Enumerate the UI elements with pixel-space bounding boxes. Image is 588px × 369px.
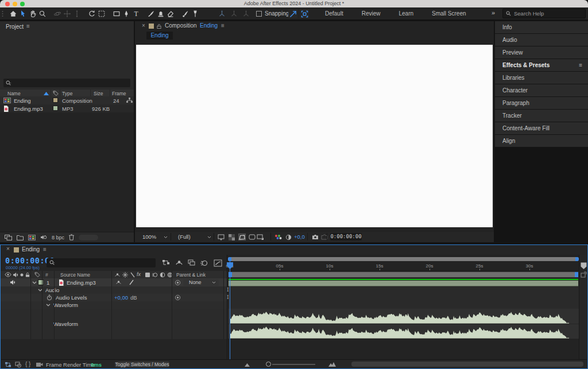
stopwatch-icon[interactable] <box>47 294 52 301</box>
project-item-row[interactable]: EndingComposition24 <box>0 96 134 104</box>
item-label-chip[interactable] <box>53 98 58 103</box>
new-composition-icon[interactable] <box>28 235 36 240</box>
panel-tab-libraries[interactable]: Libraries <box>495 72 588 84</box>
close-panel-icon[interactable]: × <box>142 22 145 29</box>
hand-tool-icon[interactable] <box>28 9 37 19</box>
interpret-footage-icon[interactable] <box>5 235 12 240</box>
lock-icon[interactable] <box>157 24 161 29</box>
snap-boundaries-icon[interactable] <box>300 9 309 18</box>
audio-on-icon[interactable] <box>10 279 16 285</box>
exposure-icon[interactable] <box>285 234 292 240</box>
comp-mini-flowchart-icon[interactable] <box>162 259 171 267</box>
audio-levels-row[interactable]: Audio Levels +0,00 dB <box>1 294 227 301</box>
local-axis-icon[interactable] <box>218 10 226 18</box>
work-area-bar[interactable] <box>229 272 578 277</box>
item-name[interactable]: Ending <box>14 98 31 104</box>
layer-duration-bar[interactable] <box>229 281 578 286</box>
quality-icon[interactable] <box>130 272 135 278</box>
clone-stamp-tool-icon[interactable] <box>156 9 165 19</box>
camera-tool-icon[interactable] <box>96 9 106 19</box>
project-panel-title[interactable]: Project <box>6 24 24 30</box>
workspace-tab-default[interactable]: Default <box>316 7 353 20</box>
graph-editor-icon[interactable] <box>214 259 223 267</box>
video-eye-icon[interactable] <box>5 272 11 277</box>
work-area-end-handle[interactable] <box>575 272 578 277</box>
snapshot-camera-icon[interactable] <box>311 234 319 240</box>
render-camera-icon[interactable] <box>36 362 43 367</box>
item-used-icon[interactable] <box>126 98 133 103</box>
work-area-start-handle[interactable] <box>229 272 232 277</box>
panel-tab-info[interactable]: Info <box>495 21 588 33</box>
frame-blend-status-icon[interactable] <box>15 362 22 368</box>
always-preview-icon[interactable] <box>217 234 225 240</box>
pan-camera-tool-icon[interactable] <box>62 9 72 19</box>
pick-whip-icon[interactable] <box>175 294 181 301</box>
puppet-pin-tool-icon[interactable] <box>190 9 200 19</box>
parent-link-dropdown[interactable]: None <box>183 279 219 286</box>
project-search-box[interactable] <box>3 79 130 87</box>
zoom-tool-icon[interactable] <box>37 9 47 19</box>
panel-tab-preview[interactable]: Preview <box>495 46 588 59</box>
waveform-group-row[interactable]: Waveform <box>1 301 227 309</box>
label-column-icon[interactable] <box>34 272 40 277</box>
item-label-chip[interactable] <box>53 106 58 111</box>
project-item-row[interactable]: Ending.mp3MP3926 KB <box>0 104 134 112</box>
panel-comp-name[interactable]: Ending <box>200 22 218 29</box>
timeline-tab-ending[interactable]: Ending <box>22 246 40 253</box>
timeline-navigator-bar[interactable] <box>228 257 579 261</box>
motion-blur-icon[interactable] <box>200 259 209 267</box>
transparency-grid-icon[interactable] <box>228 234 235 240</box>
audio-speaker-icon[interactable] <box>13 272 19 278</box>
collapse-waveform-chevron-icon[interactable] <box>46 304 51 306</box>
expand-brackets-icon[interactable]: { } <box>25 361 30 367</box>
orbit-camera-tool-icon[interactable] <box>52 9 62 19</box>
shy-switch-icon[interactable] <box>114 272 121 278</box>
panel-menu-icon[interactable]: ≡ <box>221 22 225 29</box>
panel-tab-tracker[interactable]: Tracker <box>495 110 588 122</box>
fx-switch-icon[interactable]: fx <box>137 271 141 277</box>
panel-tab-paragraph[interactable]: Paragraph <box>495 97 588 109</box>
toolbar-grip[interactable] <box>2 10 4 17</box>
panel-menu-icon[interactable]: ≡ <box>579 59 582 71</box>
audio-group-label[interactable]: Audio <box>45 287 59 293</box>
view-layout-icon[interactable] <box>257 234 264 240</box>
eraser-tool-icon[interactable] <box>165 9 175 19</box>
type-tool-icon[interactable]: T <box>131 9 141 19</box>
rotation-tool-icon[interactable] <box>87 9 96 19</box>
brush-tool-icon[interactable] <box>146 9 156 19</box>
panel-menu-icon[interactable]: ≡ <box>43 246 47 253</box>
label-column-icon[interactable] <box>53 91 59 96</box>
sort-ascending-icon[interactable] <box>44 92 49 95</box>
close-panel-icon[interactable]: × <box>6 246 10 252</box>
item-name[interactable]: Ending.mp3 <box>14 106 43 112</box>
panel-tab-character[interactable]: Character <box>495 84 588 96</box>
timeline-zoom-knob[interactable] <box>266 362 271 367</box>
comp-timecode[interactable]: 0:00:00:00 <box>330 233 362 240</box>
lock-icon[interactable] <box>25 272 30 278</box>
new-folder-icon[interactable] <box>17 235 24 240</box>
frame-blending-icon[interactable] <box>188 259 197 267</box>
audio-group-row[interactable]: Audio <box>1 286 227 294</box>
snapping-checkbox[interactable] <box>256 11 262 17</box>
layer-row-ending-mp3[interactable]: 1 Ending.mp3 None <box>1 278 227 286</box>
column-name[interactable]: Name <box>7 91 21 96</box>
audio-levels-value[interactable]: +0,00 <box>114 294 128 301</box>
layer-quality-icon[interactable] <box>129 279 134 285</box>
home-tool-icon[interactable] <box>8 9 18 19</box>
layer-shy-icon[interactable] <box>115 279 122 285</box>
column-parent-link[interactable]: Parent & Link <box>176 272 206 278</box>
comp-button-icon[interactable] <box>581 271 587 278</box>
snap-along-edges-icon[interactable] <box>288 9 297 18</box>
search-help-box[interactable] <box>502 9 586 18</box>
bit-depth-label[interactable]: 8 bpc <box>52 235 64 240</box>
toggle-switches-modes-button[interactable]: Toggle Switches / Modes <box>114 361 170 368</box>
audio-levels-label[interactable]: Audio Levels <box>56 294 87 301</box>
playhead-marker[interactable] <box>226 262 234 270</box>
panel-tab-align[interactable]: Align <box>495 135 588 147</box>
composition-viewport[interactable] <box>136 45 493 227</box>
selection-tool-icon[interactable] <box>18 9 28 19</box>
waveform-group-label[interactable]: Waveform <box>53 302 78 308</box>
resolution-value[interactable]: (Full) <box>178 234 191 240</box>
column-type[interactable]: Type <box>62 91 72 96</box>
collapse-layer-chevron-icon[interactable] <box>32 281 37 284</box>
